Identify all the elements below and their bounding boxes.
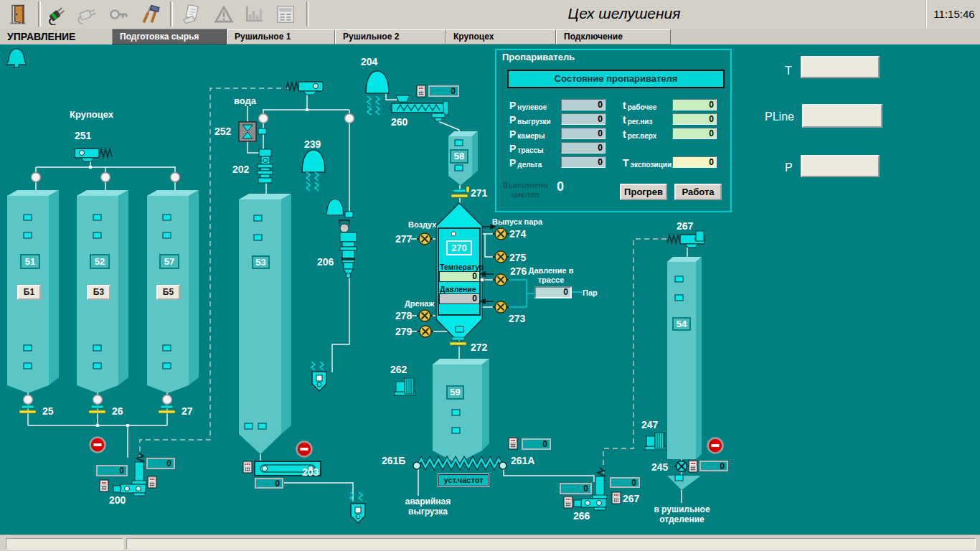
menu-label: УПРАВЛЕНИЕ: [7, 31, 75, 42]
toolbar-separator: [38, 1, 41, 27]
disconnect-button[interactable]: [74, 1, 101, 27]
discharge-nozzle-icon[interactable]: [312, 372, 326, 391]
display-266: 0: [560, 483, 592, 494]
tag-251: 251: [75, 130, 91, 141]
ball-valve-275-icon[interactable]: [493, 251, 509, 263]
tab-bar: УПРАВЛЕНИЕ Подготовка сырья Рушильное 1 …: [0, 29, 980, 44]
ball-valve-276-icon[interactable]: [493, 274, 509, 286]
keypad-203-icon[interactable]: [243, 461, 252, 473]
motor-247-icon[interactable]: [645, 433, 666, 450]
tab-rushilnoe-2[interactable]: Рушильное 2: [335, 29, 446, 44]
tab-podgotovka-syrya[interactable]: Подготовка сырья: [112, 29, 227, 44]
gate-valve-271-icon[interactable]: [451, 189, 468, 197]
param-field[interactable]: 0: [561, 156, 606, 168]
param-field[interactable]: 0: [561, 113, 606, 125]
bin-button-b5[interactable]: Б5: [156, 285, 180, 300]
param-label: Рдельта: [509, 156, 542, 169]
display-200b: 0: [146, 458, 175, 469]
bell-small-icon[interactable]: [326, 199, 343, 215]
tag-266: 266: [573, 510, 590, 522]
keypad-200a-icon[interactable]: [100, 480, 108, 491]
tab-podklyuchenie[interactable]: Подключение: [556, 29, 671, 44]
p-field[interactable]: [801, 155, 880, 177]
exit-button[interactable]: [6, 1, 33, 27]
p-label: P: [785, 161, 793, 174]
keypad-266-icon[interactable]: [564, 496, 573, 508]
bell-239-icon[interactable]: [302, 150, 325, 172]
report-button[interactable]: [178, 1, 205, 27]
param-label: tрабочее: [623, 99, 656, 112]
param-field[interactable]: 0: [672, 113, 717, 125]
freq-setpoint-button[interactable]: уст.частот: [438, 474, 489, 486]
warning-icon: [213, 4, 235, 25]
bin-number-54: 54: [672, 317, 691, 331]
keypad-267-icon[interactable]: [612, 492, 621, 504]
bin-number-58: 58: [450, 149, 468, 164]
motor-262-icon[interactable]: [395, 378, 415, 395]
steamer-panel-title: Пропариватель: [502, 52, 575, 62]
key-button[interactable]: [105, 1, 132, 27]
calculator-icon: [275, 4, 296, 25]
heat-button[interactable]: Прогрев: [620, 184, 667, 200]
toolbar-separator: [306, 1, 309, 27]
keypad-261a-icon[interactable]: [509, 438, 517, 449]
chart-icon: [242, 4, 264, 25]
param-field[interactable]: 0: [672, 128, 717, 139]
steamer-panel: Пропариватель Состояние пропаривателя Рн…: [495, 49, 732, 212]
tag-202: 202: [232, 164, 249, 175]
ball-valve-278-icon[interactable]: [417, 310, 433, 321]
alarm-bell-icon[interactable]: [6, 49, 27, 67]
water-valve-252-icon[interactable]: [239, 122, 256, 141]
steamer-temp-label: Температур: [440, 263, 484, 271]
keypad-260-icon[interactable]: [417, 85, 425, 97]
cycles-label: Выполнено циклов: [499, 181, 551, 199]
ball-valve-277-icon[interactable]: [417, 233, 433, 245]
param-label: Рнулевое: [509, 99, 547, 112]
feeder-202-icon[interactable]: [258, 149, 273, 183]
settings-button[interactable]: [272, 1, 299, 27]
tools-icon: [139, 4, 161, 25]
tools-button[interactable]: [136, 1, 164, 27]
tab-krupoceh[interactable]: Крупоцех: [446, 29, 556, 44]
tag-274: 274: [509, 228, 526, 240]
valve-245-icon[interactable]: [674, 461, 689, 472]
param-field[interactable]: 0: [561, 128, 606, 139]
trends-button[interactable]: [240, 1, 267, 27]
keypad-200b-icon[interactable]: [148, 476, 156, 488]
tag-26: 26: [112, 405, 123, 417]
param-field[interactable]: 0: [561, 99, 606, 110]
t-field[interactable]: [801, 56, 880, 78]
ball-valve-279-icon[interactable]: [418, 326, 433, 337]
tag-204: 204: [361, 56, 377, 67]
screw-conveyor-top-icon[interactable]: [286, 82, 323, 95]
steamer-status-button[interactable]: Состояние пропаривателя: [507, 70, 725, 88]
discharge-nozzle-icon[interactable]: [351, 504, 365, 523]
stop-indicator-icon: [297, 442, 312, 457]
param-field[interactable]: 0: [672, 99, 717, 110]
label-v-rushilnoe: в рушильное отделение: [648, 505, 716, 525]
display-260: 0: [428, 85, 459, 97]
param-field[interactable]: 0: [561, 142, 606, 154]
param-field[interactable]: 0: [672, 156, 717, 168]
sprayer-206-icon[interactable]: [339, 220, 357, 278]
label-drenazh: Дренаж: [405, 299, 434, 309]
status-slot-left: [6, 538, 123, 550]
bin-button-b1[interactable]: Б1: [17, 285, 41, 300]
bell-204-icon[interactable]: [366, 71, 389, 93]
tag-25: 25: [42, 405, 54, 417]
tag-271: 271: [471, 187, 487, 199]
alarms-button[interactable]: [210, 1, 237, 27]
keypad-245-icon[interactable]: [689, 461, 697, 472]
screw-conveyor-251-icon[interactable]: [75, 149, 112, 161]
work-button[interactable]: Работа: [674, 184, 722, 200]
tab-rushilnoe-1[interactable]: Рушильное 1: [227, 29, 335, 44]
bin-button-b3[interactable]: Б3: [87, 285, 110, 300]
ball-valve-274-icon[interactable]: [493, 228, 509, 240]
tag-260: 260: [391, 116, 407, 128]
pline-field[interactable]: [802, 104, 882, 128]
conveyor-267-box: [696, 231, 704, 241]
silo-54: [667, 257, 702, 490]
tag-200: 200: [109, 494, 126, 506]
connect-button[interactable]: [43, 1, 70, 27]
ball-valve-273-icon[interactable]: [493, 301, 509, 313]
